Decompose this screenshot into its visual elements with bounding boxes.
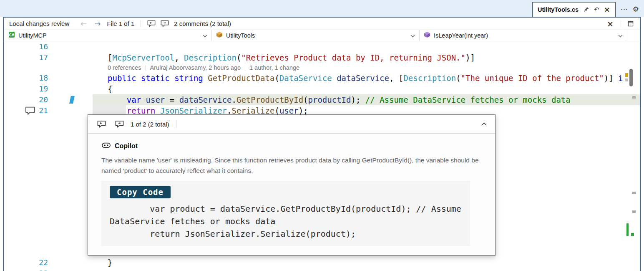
code-line-17[interactable]: 17[McpServerTool, Description("Retrieves… (4, 52, 640, 63)
toolbar-divider (141, 20, 141, 27)
comment-popup-header: 1 of 2 (2 total) (88, 115, 495, 134)
chevron-down-icon (203, 32, 207, 39)
review-panel: Local changes review ← → File 1 of 1 2 c… (3, 17, 641, 271)
line-number: 21 (39, 105, 48, 116)
pin-icon[interactable] (583, 6, 589, 13)
comment-author: Copilot (115, 142, 138, 150)
previous-comment-icon[interactable] (97, 120, 106, 128)
diff-added-marker (626, 223, 629, 236)
member-name: IsLeapYear(int year) (434, 32, 488, 39)
code-line-19[interactable]: 19{ (4, 84, 640, 94)
project-name: UtilityMCP (18, 32, 47, 39)
toolbar-divider (621, 20, 621, 27)
comment-position-label: 1 of 2 (2 total) (131, 121, 169, 128)
review-toolbar: Local changes review ← → File 1 of 1 2 c… (4, 18, 640, 30)
scroll-mark (632, 96, 636, 99)
undo-arrow-icon[interactable]: ↶ (594, 7, 599, 13)
codelens-item[interactable]: Arulraj Aboorvasamy, 2 hours ago (150, 63, 241, 73)
type-name: UtilityTools (226, 32, 255, 39)
document-tab[interactable]: UtilityTools.cs ↶ × (532, 2, 616, 17)
more-options-icon[interactable]: ⋯ (621, 6, 628, 13)
code-editor: 1617[McpServerTool, Description("Retriev… (4, 41, 640, 271)
suggested-code-block: Copy Code var product = dataService.GetP… (101, 181, 470, 246)
code-line-20[interactable]: 20 var user = dataService.GetProductById… (4, 94, 640, 105)
class-icon (216, 31, 223, 40)
comments-count-label: 2 comments (2 total) (174, 20, 231, 27)
code-line-22[interactable]: 22} (4, 257, 640, 268)
line-number: 18 (39, 73, 48, 84)
code-line-18[interactable]: 18public static string GetProductData(Da… (4, 73, 640, 84)
scroll-mark (625, 79, 628, 81)
settings-gear-icon[interactable]: ⚙ (633, 6, 639, 13)
line-number: 16 (39, 41, 48, 52)
review-window: UtilityTools.cs ↶ × ⋯ ⚙ Local changes re… (0, 0, 644, 271)
previous-file-button[interactable]: ← (80, 19, 87, 28)
previous-comment-button[interactable] (147, 20, 156, 28)
diff-added-marker (631, 233, 634, 236)
chevron-down-icon (618, 32, 623, 39)
review-title: Local changes review (9, 20, 69, 27)
line-number: 23 (39, 268, 48, 271)
code-line-23[interactable]: 23 (4, 268, 640, 271)
codelens-row: 0 referencesArulraj Aboorvasamy, 2 hours… (4, 63, 640, 73)
review-comment-popup: 1 of 2 (2 total) Copilot The variable na (88, 114, 496, 256)
line-number: 20 (39, 94, 48, 105)
next-comment-button[interactable] (161, 20, 169, 28)
codelens-item[interactable]: 1 author, 1 change (249, 63, 299, 73)
next-file-button[interactable]: → (94, 19, 101, 28)
code-line-16[interactable]: 16 (4, 41, 640, 52)
line-number: 17 (39, 52, 48, 63)
file-position-label: File 1 of 1 (107, 20, 134, 27)
method-icon (424, 31, 430, 40)
scroll-mark (632, 210, 636, 213)
suggested-code: var product = dataService.GetProductById… (110, 203, 462, 240)
copy-code-button[interactable]: Copy Code (110, 186, 171, 198)
csharp-project-icon: C# (8, 31, 15, 40)
comment-popup-body: Copilot The variable name 'user' is misl… (88, 134, 495, 255)
member-dropdown[interactable]: IsLeapYear(int year) (420, 30, 627, 41)
vertical-scrollbar-thumb[interactable] (629, 69, 633, 86)
truncated-line-marker (625, 73, 628, 77)
close-tab-icon[interactable]: × (604, 6, 610, 13)
close-review-button[interactable]: × (607, 19, 614, 28)
type-dropdown[interactable]: UtilityTools (212, 30, 420, 41)
collapse-comment-icon[interactable] (480, 121, 488, 127)
navigation-bar-stub (627, 30, 640, 41)
titlebar: UtilityTools.cs ↶ × ⋯ ⚙ (0, 0, 644, 17)
project-dropdown[interactable]: C# UtilityMCP (4, 30, 212, 41)
comment-indicator-icon[interactable] (25, 106, 35, 118)
line-number: 19 (39, 84, 48, 94)
navigation-bar: C# UtilityMCP UtilityTools (4, 30, 640, 41)
scroll-mark (632, 192, 636, 194)
chevron-down-icon (410, 32, 415, 39)
changed-line-marker (69, 96, 75, 104)
line-number: 22 (39, 257, 48, 268)
tab-title: UtilityTools.cs (538, 6, 579, 13)
header-divider (176, 120, 176, 128)
next-comment-icon[interactable] (115, 120, 124, 128)
svg-text:C#: C# (9, 33, 15, 37)
comment-message: The variable name 'user' is misleading. … (101, 155, 482, 176)
codelens-item[interactable]: 0 references (108, 63, 141, 73)
dock-window-icon[interactable] (627, 20, 634, 27)
copilot-icon (101, 140, 111, 152)
